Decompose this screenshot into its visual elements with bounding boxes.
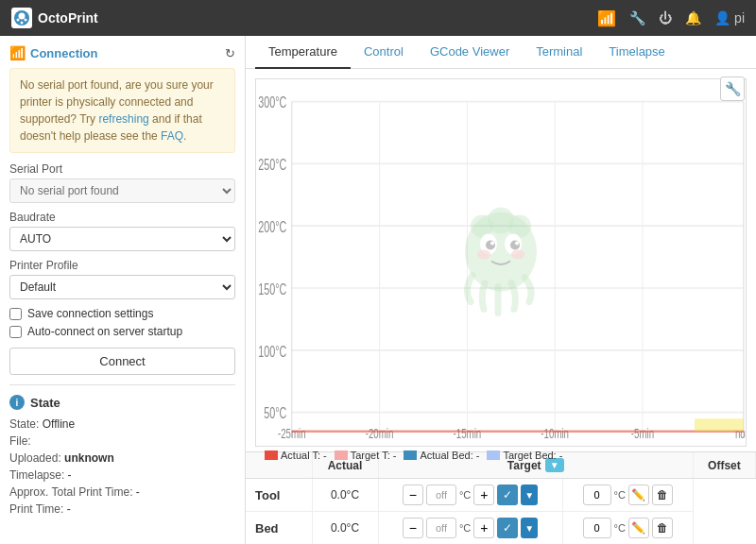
brand-icon [11,8,32,28]
auto-connect-label: Auto-connect on server startup [27,325,182,338]
legend-target-tool-color [335,450,348,460]
tool-actual: 0.0°C [312,479,378,512]
printer-profile-select[interactable]: Default [9,275,235,299]
tab-gcode-viewer[interactable]: GCode Viewer [417,36,523,69]
refresh-button[interactable]: ↻ [225,46,235,60]
tool-label: Tool [246,479,312,512]
legend-target-bed-label: Target Bed: - [503,450,562,461]
bell-icon[interactable]: 🔔 [685,10,701,26]
tab-temperature[interactable]: Temperature [255,36,351,69]
tool-target-control: − °C + ✓ ▼ [378,479,562,512]
svg-text:150°C: 150°C [258,280,286,298]
state-header: i State [9,395,235,410]
chart-settings-button[interactable]: 🔧 [720,76,745,101]
svg-text:250°C: 250°C [258,156,286,174]
legend-actual-tool-color [265,450,278,460]
table-row-bed: Bed 0.0°C − °C + ✓ ▼ [246,512,756,545]
bed-actual: 0.0°C [312,512,378,545]
printer-profile-group: Printer Profile Default [9,259,235,299]
tab-terminal[interactable]: Terminal [523,36,595,69]
svg-point-4 [21,22,24,25]
serial-port-label: Serial Port [9,162,235,176]
legend-actual-tool-label: Actual T: - [281,450,327,461]
tool-offset-unit: °C [614,489,626,501]
bed-offset-input[interactable] [583,518,611,538]
bed-temp-dropdown[interactable]: ▼ [521,518,538,538]
save-connection-checkbox[interactable] [9,308,22,320]
bed-temp-input[interactable] [426,518,456,538]
temperature-table: Actual Target ▼ Offset [246,451,756,544]
tool-offset-edit[interactable]: ✏️ [628,484,649,505]
connect-button[interactable]: Connect [9,348,235,375]
svg-text:-25min: -25min [278,424,306,441]
svg-point-1 [19,13,26,20]
baudrate-group: Baudrate AUTO 250000 115200 57600 [9,211,235,251]
legend-target-tool-label: Target T: - [351,450,397,461]
connection-section: 📶 Connection ↻ No serial port found, are… [9,45,235,375]
legend-actual-bed-color [404,450,417,460]
tool-temp-dropdown[interactable]: ▼ [521,484,538,505]
bed-offset-delete[interactable]: 🗑 [652,518,673,538]
state-section: i State State: Offline File: Uploaded: u… [9,395,235,516]
wrench-icon[interactable]: 🔧 [629,10,645,26]
power-icon[interactable]: ⏻ [659,10,672,26]
serial-port-group: Serial Port No serial port found [9,162,235,203]
legend-target-tool: Target T: - [335,450,397,461]
bed-temp-confirm[interactable]: ✓ [497,518,518,538]
faq-link[interactable]: FAQ [161,129,183,143]
tool-temp-unit: °C [459,489,471,501]
serial-port-select[interactable]: No serial port found [9,178,235,203]
tab-timelapse[interactable]: Timelapse [595,36,678,69]
svg-text:-5min: -5min [631,424,654,441]
tool-temp-decrease[interactable]: − [403,484,423,505]
state-print-time: Print Time: - [9,502,235,516]
chart-legend: Actual T: - Target T: - Actual Bed: - Ta… [255,447,747,464]
temperature-chart-svg: 300°C 250°C 200°C 150°C 100°C 50°C [256,79,746,446]
nav-right: 📶 🔧 ⏻ 🔔 👤 pi [597,9,745,27]
save-connection-row: Save connection settings [9,307,235,320]
legend-actual-tool: Actual T: - [265,450,327,461]
baudrate-select[interactable]: AUTO 250000 115200 57600 [9,227,235,251]
user-icon[interactable]: 👤 pi [714,10,745,26]
svg-point-3 [25,19,27,22]
printer-profile-label: Printer Profile [9,259,235,272]
bed-offset-unit: °C [614,522,626,534]
state-uploaded: Uploaded: unknown [9,451,235,465]
brand: OctoPrint [11,8,98,28]
svg-text:-15min: -15min [454,424,482,441]
tool-offset-control: °C ✏️ 🗑 [562,479,693,512]
tab-control[interactable]: Control [351,36,417,69]
table-row-tool: Tool 0.0°C − °C + ✓ ▼ [246,479,756,512]
bed-offset-edit[interactable]: ✏️ [628,518,649,538]
bed-label: Bed [246,512,312,545]
temperature-tab-content: 🔧 [246,69,756,544]
chart-area: 🔧 [246,69,756,451]
signal-icon[interactable]: 📶 [597,9,616,27]
refreshing-link[interactable]: refreshing [98,112,148,126]
bed-temp-unit: °C [459,522,471,534]
brand-name: OctoPrint [38,10,98,26]
tool-offset-delete[interactable]: 🗑 [652,484,673,505]
left-panel: 📶 Connection ↻ No serial port found, are… [0,36,246,544]
auto-connect-checkbox[interactable] [9,326,22,338]
svg-text:50°C: 50°C [264,404,286,422]
tool-temp-input[interactable] [426,484,456,505]
svg-text:100°C: 100°C [258,342,286,360]
bed-temp-increase[interactable]: + [473,518,494,538]
save-connection-label: Save connection settings [27,307,153,320]
state-approx-time: Approx. Total Print Time: - [9,485,235,499]
tool-temp-confirm[interactable]: ✓ [497,484,518,505]
svg-text:-20min: -20min [366,424,394,441]
svg-text:-10min: -10min [541,424,569,441]
baudrate-label: Baudrate [9,211,235,224]
tabs-bar: Temperature Control GCode Viewer Termina… [246,36,756,69]
bed-temp-decrease[interactable]: − [403,518,423,538]
right-panel: Temperature Control GCode Viewer Termina… [246,36,756,544]
svg-point-2 [17,19,20,22]
chart-container: 300°C 250°C 200°C 150°C 100°C 50°C [255,78,747,447]
tool-offset-input[interactable] [583,484,611,505]
bars-icon: 📶 [9,45,26,60]
tool-temp-increase[interactable]: + [473,484,494,505]
state-info-icon: i [9,395,25,410]
connection-alert: No serial port found, are you sure your … [9,68,235,153]
